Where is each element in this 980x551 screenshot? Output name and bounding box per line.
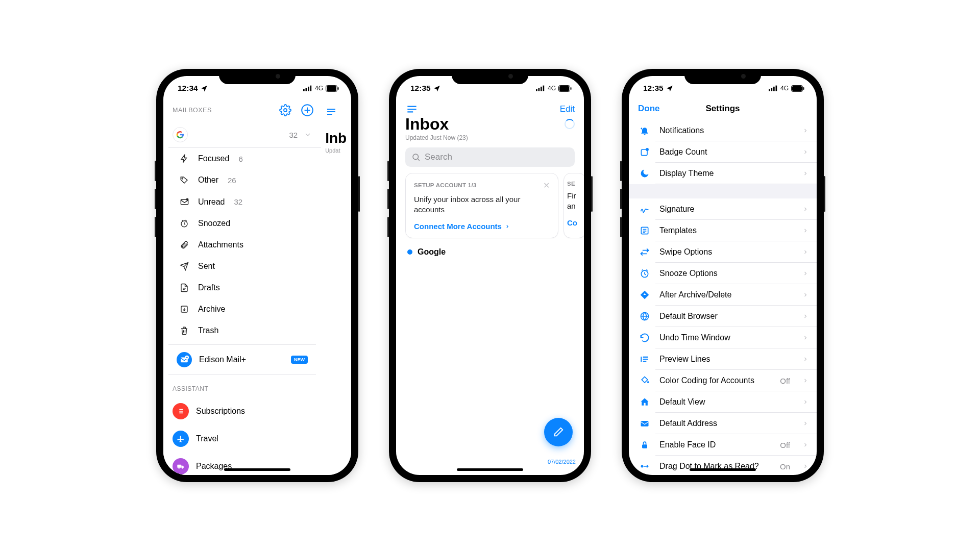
settings-display-theme[interactable]: Display Theme [629,163,817,184]
settings-swipe-options[interactable]: Swipe Options [629,241,817,263]
assistant-packages[interactable]: Packages [163,453,321,475]
svg-rect-29 [773,87,775,91]
settings-title: Settings [705,104,740,114]
settings-badge-count[interactable]: Badge Count [629,141,817,163]
mailbox-other[interactable]: Other26 [196,169,321,191]
edit-button[interactable]: Edit [560,104,575,114]
setup-card-2[interactable]: SE Fir an Co [564,173,584,239]
svg-rect-16 [177,465,181,468]
settings-color-coding[interactable]: Color Coding for AccountsOff [629,370,817,391]
svg-rect-40 [642,444,647,448]
settings-default-view[interactable]: Default View [629,391,817,413]
svg-point-41 [641,465,644,468]
network-label: 4G [315,85,323,92]
account-row[interactable]: 32 [163,123,321,147]
settings-label: Swipe Options [659,247,712,257]
mailbox-snoozed[interactable]: Snoozed [196,213,321,234]
settings-default-address[interactable]: Default Address [629,413,817,434]
edison-mail-plus-row[interactable]: Edison Mail+ NEW [168,344,316,375]
trash-icon [179,326,190,335]
notch [684,69,761,84]
close-icon[interactable]: ✕ [543,181,550,190]
list-icon [173,403,189,419]
assistant-subscriptions[interactable]: Subscriptions [163,397,321,425]
mailbox-label: Unread [198,197,225,207]
svg-rect-28 [771,88,772,91]
svg-rect-21 [541,87,542,91]
assistant-travel[interactable]: Travel [163,425,321,453]
mailbox-label: Sent [198,262,215,271]
settings-label: Default Address [659,419,717,428]
inbox-subtitle: Updated Just Now (23) [405,134,468,141]
chevron-right-icon [802,206,808,212]
chevron-right-icon [802,356,808,362]
settings-signature[interactable]: Signature [629,198,817,220]
connect-accounts-button[interactable]: Connect More Accounts [414,222,550,231]
date-stamp: 07/02/2022 [548,459,576,465]
mailbox-sent[interactable]: Sent [196,256,321,277]
settings-preview-lines[interactable]: Preview Lines [629,348,817,370]
svg-rect-24 [559,86,569,91]
settings-after-archive[interactable]: After Archive/Delete [629,284,817,306]
settings-templates[interactable]: Templates [629,220,817,241]
inbox-peek[interactable]: Inb Updat [321,101,351,475]
mailbox-label: Attachments [198,240,243,249]
chevron-right-icon [802,399,808,405]
mailbox-trash[interactable]: Trash [196,320,321,341]
home-indicator[interactable] [690,468,756,471]
mailbox-drafts[interactable]: Drafts [196,277,321,298]
bolt-icon [179,154,190,163]
settings-face-id[interactable]: Enable Face IDOff [629,434,817,456]
settings-default-browser[interactable]: Default Browser [629,306,817,327]
settings-label: Signature [659,205,695,214]
settings-label: Undo Time Window [659,333,730,342]
done-button[interactable]: Done [638,104,660,114]
svg-point-17 [178,467,180,469]
cta-label: Co [567,218,577,227]
settings-value: On [780,462,790,471]
home-indicator[interactable] [224,468,290,471]
svg-rect-27 [769,89,770,91]
search-input[interactable]: Search [405,147,575,167]
mailbox-unread[interactable]: Unread32 [196,191,321,213]
mailbox-label: Other [198,176,218,185]
svg-rect-25 [571,87,572,90]
chevron-right-icon [802,335,808,341]
notch [219,69,296,84]
svg-rect-22 [543,86,544,91]
card-text: Unify your inbox across all your account… [414,194,550,215]
settings-label: Default Browser [659,312,718,321]
setup-account-card[interactable]: SETUP ACCOUNT 1/3✕ Unify your inbox acro… [405,173,558,239]
settings-label: Display Theme [659,169,714,178]
card-text: Fir an [567,191,582,212]
assistant-label: Travel [196,434,218,443]
svg-rect-30 [775,86,777,91]
hamburger-icon[interactable] [405,103,419,116]
signal-icon [769,85,778,91]
mailbox-attachments[interactable]: Attachments [196,234,321,256]
settings-icon[interactable] [279,104,291,116]
settings-undo-time[interactable]: Undo Time Window [629,327,817,348]
drag-icon [638,461,651,471]
account-count: 32 [289,131,298,139]
settings-snooze-options[interactable]: Snooze Options [629,263,817,284]
status-time: 12:35 [410,84,431,93]
peek-subtitle: Updat [325,147,351,154]
chevron-right-icon [802,313,808,319]
mailbox-archive[interactable]: Archive [196,298,321,320]
settings-drag-dot[interactable]: Drag Dot to Mark as Read?On [629,456,817,475]
account-google-row[interactable]: Google [396,238,584,266]
compose-fab[interactable] [544,418,573,446]
add-icon[interactable] [301,104,314,117]
svg-point-9 [182,178,183,179]
svg-rect-33 [803,87,804,90]
battery-icon [558,85,572,92]
settings-notifications[interactable]: Notifications [629,120,817,141]
card-cta[interactable]: Co [567,218,582,227]
home-indicator[interactable] [457,468,523,471]
hamburger-icon[interactable] [325,106,351,118]
svg-point-7 [284,109,287,112]
card-heading: SETUP ACCOUNT 1/3 [414,182,477,188]
mailbox-focused[interactable]: Focused6 [196,148,321,169]
mailbox-label: Trash [198,326,218,335]
